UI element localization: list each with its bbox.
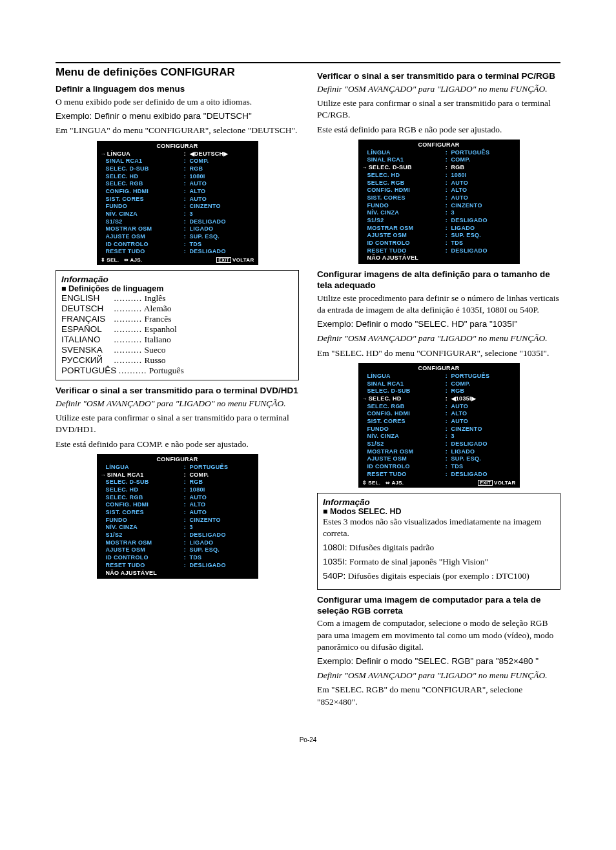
info-subheading: Definições de linguagem	[61, 284, 293, 293]
page-title: Menu de definições CONFIGURAR	[56, 66, 299, 79]
para: Utilize este para confirmar o sinal a se…	[317, 98, 560, 121]
language-row: ITALIANO .......... Italiano	[61, 335, 293, 345]
osd-menu-3: CONFIGURARLÍNGUA:PORTUGUÊSSINAL RCA1:COM…	[358, 140, 520, 264]
para: Com a imagem de computador, selecione o …	[317, 617, 560, 653]
language-row: DEUTSCH .......... Alemão	[61, 304, 293, 314]
para: Estes 3 modos não são visualizados imedi…	[323, 516, 555, 539]
right-column: Verificar o sinal a ser transmitido para…	[317, 66, 560, 710]
info-box-hdmodes: Informação Modos SELEC. HD Estes 3 modos…	[317, 493, 560, 590]
info-subheading: Modos SELEC. HD	[323, 507, 555, 516]
section-title-hd: Configurar imagens de alta definição par…	[317, 269, 560, 291]
para: Exemplo: Definir o menu exibido para "DE…	[56, 110, 299, 122]
para: Exemplo: Definir o modo "SELEC. HD" para…	[317, 318, 560, 330]
hd-mode-line: 1080I: Difusões digitais padrão	[323, 542, 555, 554]
para: Exemplo: Definir o modo "SELEC. RGB" par…	[317, 656, 560, 667]
language-list: ENGLISH .......... InglêsDEUTSCH .......…	[61, 293, 293, 376]
para: Definir "OSM AVANÇADO" para "LIGADO" no …	[317, 670, 560, 681]
section-title-lang: Definir a linguagem dos menus	[56, 84, 299, 95]
info-box-languages: Informação Definições de linguagem ENGLI…	[56, 270, 299, 380]
para: Utilize este procedimento para definir s…	[317, 293, 560, 316]
language-row: SVENSKA .......... Sueco	[61, 345, 293, 355]
language-row: FRANÇAIS .......... Francês	[61, 314, 293, 324]
hd-mode-line: 1035I: Formato de sinal japonês "High Vi…	[323, 556, 555, 568]
para: Em "SELEC. HD" do menu "CONFIGURAR", sel…	[317, 347, 560, 359]
para: Em "SELEC. RGB" do menu "CONFIGURAR", se…	[317, 684, 560, 707]
osd-menu-4: CONFIGURARLÍNGUA:PORTUGUÊSSINAL RCA1:COM…	[358, 363, 520, 488]
osd-menu-1: CONFIGURARLÍNGUA:◀DEUTSCH▶SINAL RCA1:COM…	[97, 141, 258, 265]
hd-mode-line: 540P: Difusões digitais especiais (por e…	[323, 570, 555, 582]
section-title-pcrgb: Verificar o sinal a ser transmitido para…	[317, 71, 560, 82]
info-heading: Informação	[61, 275, 293, 284]
language-row: PORTUGUÊS .......... Português	[61, 366, 293, 376]
info-heading: Informação	[323, 497, 555, 507]
para: Definir "OSM AVANÇADO" para "LIGADO" no …	[317, 333, 560, 344]
section-title-rgb: Configurar uma imagem de computador para…	[317, 595, 560, 617]
osd-menu-2: CONFIGURARLÍNGUA:PORTUGUÊSSINAL RCA1:COM…	[97, 454, 258, 579]
section-title-dvdhd1: Verificar o sinal a ser transmitido para…	[56, 386, 299, 397]
language-row: ENGLISH .......... Inglês	[61, 293, 293, 304]
language-row: ESPAÑOL .......... Espanhol	[61, 324, 293, 335]
left-column: Menu de definições CONFIGURAR Definir a …	[56, 66, 299, 710]
language-row: РУССКИЙ .......... Russo	[61, 355, 293, 366]
para: Definir "OSM AVANÇADO" para "LIGADO" no …	[56, 398, 299, 409]
para: Definir "OSM AVANÇADO" para "LIGADO" no …	[317, 83, 560, 95]
page-number: Po-24	[56, 736, 560, 743]
para: Este está definido para COMP. e não pode…	[56, 439, 299, 450]
para: Utilize este para confirmar o sinal a se…	[56, 412, 299, 435]
para: Este está definido para RGB e não pode s…	[317, 124, 560, 136]
para: O menu exibido pode ser definido de um a…	[56, 96, 299, 108]
para: Em "LINGUA" do menu "CONFIGURAR", seleci…	[56, 125, 299, 136]
